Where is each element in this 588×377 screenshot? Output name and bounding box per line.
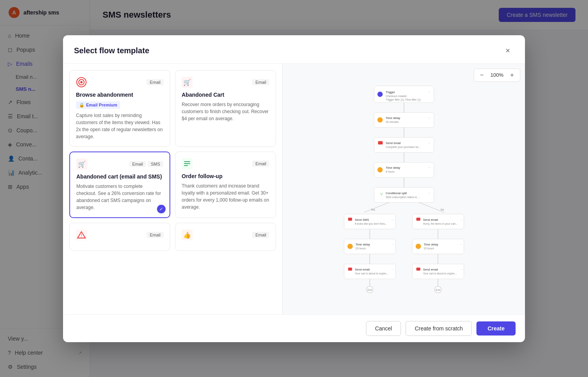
preview-controls: − 100% +	[474, 69, 520, 82]
card-header: ! Email	[76, 229, 164, 240]
svg-point-4	[80, 81, 83, 83]
svg-text:···: ···	[428, 141, 430, 145]
svg-rect-31	[374, 137, 434, 152]
svg-text:⑂: ⑂	[380, 191, 382, 197]
svg-text:23 hours: 23 hours	[355, 247, 366, 249]
svg-rect-53	[348, 218, 352, 221]
template-card-abandoned-cart-sms[interactable]: 🛒 Email SMS Abandoned cart (email and SM…	[69, 152, 170, 218]
card-header: Email	[76, 77, 164, 88]
svg-text:Trigger filter (1), Flow filte: Trigger filter (1), Flow filter (1)	[386, 98, 420, 101]
modal-footer: Cancel Create from scratch Create	[63, 314, 525, 342]
cart-sms-icon: 🛒	[76, 159, 87, 170]
template-card-browse-abandonment[interactable]: Email Browse abandonment 🔒 Email Premium…	[69, 70, 170, 147]
svg-text:!: !	[81, 234, 82, 238]
svg-text:Complete your purchase he...: Complete your purchase he...	[386, 146, 420, 149]
card-description: Thank customers and increase brand loyal…	[182, 182, 269, 211]
svg-text:SMS subscription status is ...: SMS subscription status is ...	[386, 195, 420, 198]
svg-rect-77	[348, 267, 352, 271]
template-card-order-followup[interactable]: Email Order follow-up Thank customers an…	[175, 152, 276, 218]
zoom-out-button[interactable]: −	[477, 70, 487, 80]
flow-diagram: Trigger Checkout created Trigger filter …	[283, 64, 525, 314]
svg-text:30 minutes: 30 minutes	[386, 120, 399, 123]
premium-badge: 🔒 Email Premium	[76, 101, 120, 109]
alert-icon: !	[76, 229, 87, 240]
target-icon	[76, 77, 87, 88]
svg-rect-12	[184, 165, 188, 166]
svg-text:Time delay: Time delay	[355, 242, 370, 246]
flow-diagram-svg: Trigger Checkout created Trigger filter …	[324, 83, 484, 296]
card-name: Abandoned cart (email and SMS)	[76, 173, 163, 180]
create-button[interactable]: Create	[476, 321, 516, 336]
modal-title: Select flow template	[74, 46, 149, 55]
svg-text:Conditional split: Conditional split	[386, 191, 407, 195]
modal-header: Select flow template ×	[63, 35, 525, 64]
card-badges: Email	[252, 161, 269, 167]
svg-text:Send email: Send email	[355, 268, 370, 271]
template-card-partial-1[interactable]: ! Email	[69, 223, 170, 251]
card-header: 🛒 Email SMS	[76, 159, 163, 170]
svg-text:🛒: 🛒	[78, 161, 86, 168]
card-header: Email	[182, 158, 269, 169]
svg-text:···: ···	[460, 268, 463, 271]
template-card-partial-2[interactable]: 👍 Email	[175, 223, 276, 251]
selected-checkmark: ✓	[157, 205, 166, 213]
svg-text:···: ···	[391, 218, 393, 221]
badge-email: Email	[252, 79, 269, 85]
badge-email: Email	[146, 79, 164, 85]
preview-panel: − 100% + Trigger Checkout created Trigge…	[282, 64, 525, 314]
svg-text:···: ···	[428, 166, 430, 170]
svg-text:···: ···	[459, 242, 462, 246]
modal-overlay: Select flow template ×	[0, 0, 588, 377]
svg-rect-37	[374, 162, 434, 177]
svg-rect-32	[378, 141, 382, 144]
thumb-icon: 👍	[182, 229, 193, 240]
svg-text:Send SMS: Send SMS	[355, 218, 369, 221]
svg-text:Exit: Exit	[367, 289, 372, 291]
badge-sms: SMS	[148, 161, 163, 167]
svg-line-48	[364, 202, 389, 213]
template-card-abandoned-cart[interactable]: 🛒 Email Abandoned Cart Recover more orde…	[175, 70, 276, 147]
svg-text:Send email: Send email	[423, 218, 438, 221]
card-badges: Email	[252, 79, 269, 85]
card-name: Order follow-up	[182, 173, 269, 179]
svg-text:23 hours: 23 hours	[424, 247, 434, 249]
svg-text:Send email: Send email	[423, 268, 438, 271]
badge-email: Email	[252, 232, 269, 238]
badge-email: Email	[129, 161, 146, 167]
svg-text:Your cart is about to expire..: Your cart is about to expire...	[355, 272, 388, 275]
cart-icon: 🛒	[182, 77, 193, 88]
svg-text:Hurry, the items in your cart.: Hurry, the items in your cart...	[423, 222, 458, 225]
card-header: 👍 Email	[182, 229, 269, 240]
modal-close-button[interactable]: ×	[501, 45, 514, 57]
list-icon	[182, 158, 193, 169]
svg-text:···: ···	[428, 116, 430, 119]
zoom-in-button[interactable]: +	[507, 70, 517, 80]
cancel-button[interactable]: Cancel	[366, 321, 401, 336]
svg-text:👍: 👍	[183, 231, 191, 239]
badge-email: Email	[252, 161, 269, 167]
svg-rect-10	[184, 161, 190, 162]
svg-text:Your cart is about to expire..: Your cart is about to expire...	[423, 272, 456, 275]
svg-text:Time delay: Time delay	[386, 116, 400, 119]
svg-text:···: ···	[428, 90, 430, 94]
svg-text:It looks like you don't finis.: It looks like you don't finis...	[355, 222, 387, 225]
svg-text:Trigger: Trigger	[386, 90, 395, 94]
card-description: Capture lost sales by reminding customer…	[76, 112, 164, 140]
svg-text:Yes: Yes	[371, 208, 375, 211]
svg-text:8 hours: 8 hours	[386, 170, 395, 173]
card-description: Motivate customers to complete checkout.…	[76, 183, 163, 211]
svg-line-49	[419, 202, 444, 213]
create-from-scratch-button[interactable]: Create from scratch	[406, 321, 472, 336]
svg-rect-11	[184, 163, 190, 164]
svg-rect-58	[416, 218, 420, 221]
badge-email: Email	[146, 232, 164, 238]
card-badges: Email	[146, 79, 164, 85]
modal-body: Email Browse abandonment 🔒 Email Premium…	[63, 64, 525, 314]
template-list: Email Browse abandonment 🔒 Email Premium…	[63, 64, 282, 314]
svg-text:Checkout created: Checkout created	[386, 95, 406, 97]
card-header: 🛒 Email	[182, 77, 269, 88]
svg-text:···: ···	[391, 242, 393, 246]
svg-rect-82	[416, 267, 420, 271]
card-badges: Email	[252, 232, 269, 238]
premium-label: Email Premium	[86, 103, 117, 107]
